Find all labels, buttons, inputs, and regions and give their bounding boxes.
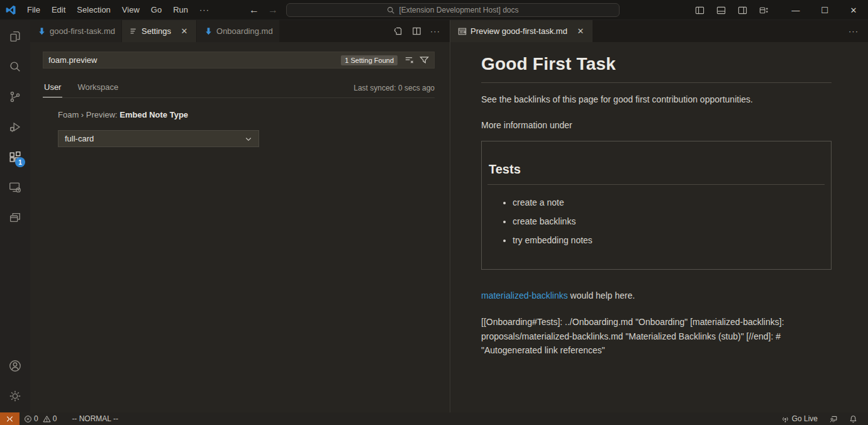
- minimize-button[interactable]: —: [781, 0, 810, 20]
- window-controls: — ☐ ✕: [781, 0, 868, 20]
- feedback-icon: [829, 415, 838, 423]
- accounts-icon[interactable]: [0, 351, 30, 381]
- more-actions-icon[interactable]: ···: [845, 24, 862, 39]
- tab-settings[interactable]: Settings ✕: [122, 20, 197, 42]
- menu-file[interactable]: File: [21, 3, 46, 17]
- embedded-note-card: Tests create a note create backlinks try…: [481, 141, 832, 270]
- go-live-label: Go Live: [792, 414, 818, 423]
- list-item: create a note: [513, 196, 825, 209]
- menu-bar: File Edit Selection View Go Run ···: [21, 3, 215, 17]
- back-arrow-icon[interactable]: ←: [249, 4, 259, 16]
- status-bar: 0 0 -- NORMAL -- Go Live: [0, 412, 868, 425]
- link-references-paragraph: [[Onboarding#Tests]: ../Onboarding.md "O…: [481, 315, 832, 358]
- editor-group-left: good-first-task.md Settings ✕ Onboarding…: [30, 20, 450, 412]
- menu-view[interactable]: View: [116, 3, 145, 17]
- preview-paragraph: materialized-backlinks would help here.: [481, 290, 832, 301]
- forward-arrow-icon[interactable]: →: [268, 4, 278, 16]
- editor-layouts-icon[interactable]: [0, 202, 30, 233]
- toggle-primary-sidebar-icon[interactable]: [691, 3, 708, 18]
- editor-actions-left: ···: [389, 20, 450, 42]
- dropdown-value: full-card: [65, 134, 94, 143]
- filter-funnel-icon[interactable]: [416, 53, 431, 67]
- settings-search-input[interactable]: [43, 55, 341, 65]
- titlebar: File Edit Selection View Go Run ··· ← → …: [0, 0, 868, 20]
- vscode-logo-icon: [0, 4, 21, 16]
- setting-embed-note-type: Foam › Preview: Embed Note Type full-car…: [58, 110, 259, 147]
- tabbar-spacer: [280, 20, 389, 42]
- embed-note-type-dropdown[interactable]: full-card: [58, 130, 259, 147]
- tab-onboarding[interactable]: Onboarding.md: [197, 20, 280, 42]
- more-actions-icon[interactable]: ···: [427, 24, 443, 39]
- setting-title-name: Embed Note Type: [120, 110, 188, 119]
- settings-result-count-badge: 1 Setting Found: [341, 55, 398, 65]
- remote-indicator-button[interactable]: [0, 412, 19, 425]
- notifications-bell-button[interactable]: [845, 412, 862, 425]
- problems-indicator[interactable]: 0 0: [19, 412, 64, 425]
- toggle-panel-icon[interactable]: [712, 3, 730, 18]
- scope-tab-workspace[interactable]: Workspace: [76, 82, 120, 97]
- settings-editor: 1 Setting Found User Workspace Last sync…: [30, 42, 450, 412]
- tests-list: create a note create backlinks try embed…: [487, 196, 825, 247]
- tab-label: Onboarding.md: [216, 26, 273, 36]
- error-icon: [24, 415, 32, 423]
- setting-title: Foam › Preview: Embed Note Type: [58, 110, 259, 119]
- markdown-file-icon: [204, 27, 213, 35]
- feedback-button[interactable]: [825, 412, 842, 425]
- search-view-icon[interactable]: [0, 52, 30, 82]
- setting-title-prefix: Foam › Preview:: [58, 110, 120, 119]
- markdown-preview: Good First Task See the backlinks of thi…: [450, 42, 868, 412]
- chevron-down-icon: [245, 135, 252, 143]
- extensions-badge: 1: [15, 157, 25, 167]
- embedded-note-heading: Tests: [487, 162, 825, 185]
- materialized-backlinks-link[interactable]: materialized-backlinks: [481, 290, 568, 301]
- close-button[interactable]: ✕: [839, 0, 868, 20]
- maximize-button[interactable]: ☐: [810, 0, 839, 20]
- menu-edit[interactable]: Edit: [46, 3, 71, 17]
- toggle-secondary-sidebar-icon[interactable]: [733, 3, 751, 18]
- warning-count: 0: [53, 414, 57, 423]
- bell-icon: [849, 415, 857, 423]
- preview-icon: [458, 27, 467, 36]
- command-center-label: [Extension Development Host] docs: [399, 6, 518, 14]
- list-item: create backlinks: [513, 214, 825, 228]
- menu-run[interactable]: Run: [167, 3, 194, 17]
- tabbar-right: Preview good-first-task.md ✕ ···: [450, 20, 868, 42]
- scope-tab-user[interactable]: User: [43, 82, 62, 97]
- broadcast-icon: [781, 415, 789, 423]
- tab-close-icon[interactable]: ✕: [179, 26, 190, 37]
- tab-good-first-task[interactable]: good-first-task.md: [30, 20, 122, 42]
- error-count: 0: [34, 414, 38, 423]
- tab-label: Preview good-first-task.md: [470, 26, 567, 36]
- customize-layout-icon[interactable]: [755, 3, 772, 18]
- settings-gear-icon[interactable]: [0, 381, 30, 411]
- menu-selection[interactable]: Selection: [71, 3, 116, 17]
- tab-label: good-first-task.md: [50, 26, 115, 36]
- tabbar-left: good-first-task.md Settings ✕ Onboarding…: [30, 20, 450, 42]
- tab-label: Settings: [142, 26, 171, 36]
- command-center-search[interactable]: [Extension Development Host] docs: [286, 3, 620, 17]
- menu-more-button[interactable]: ···: [194, 5, 215, 14]
- editor-actions-right: ···: [845, 20, 868, 42]
- remote-explorer-icon[interactable]: [0, 172, 30, 202]
- tab-close-icon[interactable]: ✕: [575, 26, 586, 37]
- settings-search-box: 1 Setting Found: [43, 52, 435, 69]
- editor-group-right: Preview good-first-task.md ✕ ··· Good Fi…: [450, 20, 868, 412]
- tab-preview[interactable]: Preview good-first-task.md ✕: [450, 20, 593, 42]
- extensions-icon[interactable]: 1: [0, 142, 30, 172]
- layout-controls: [691, 3, 772, 18]
- clear-search-results-icon[interactable]: [401, 53, 416, 67]
- open-settings-json-icon[interactable]: [389, 24, 406, 39]
- split-editor-icon[interactable]: [408, 24, 425, 39]
- explorer-icon[interactable]: [0, 21, 30, 52]
- menu-go[interactable]: Go: [145, 3, 167, 17]
- go-live-button[interactable]: Go Live: [777, 412, 822, 425]
- tabbar-spacer: [593, 20, 845, 42]
- vim-mode-indicator[interactable]: -- NORMAL --: [67, 412, 123, 425]
- search-icon: [387, 6, 395, 14]
- source-control-icon[interactable]: [0, 82, 30, 112]
- preview-heading: Good First Task: [481, 54, 832, 83]
- history-nav: ← →: [249, 0, 278, 20]
- preview-paragraph: See the backlinks of this page for good …: [481, 94, 832, 104]
- list-item: try embedding notes: [513, 233, 825, 247]
- run-debug-icon[interactable]: [0, 112, 30, 142]
